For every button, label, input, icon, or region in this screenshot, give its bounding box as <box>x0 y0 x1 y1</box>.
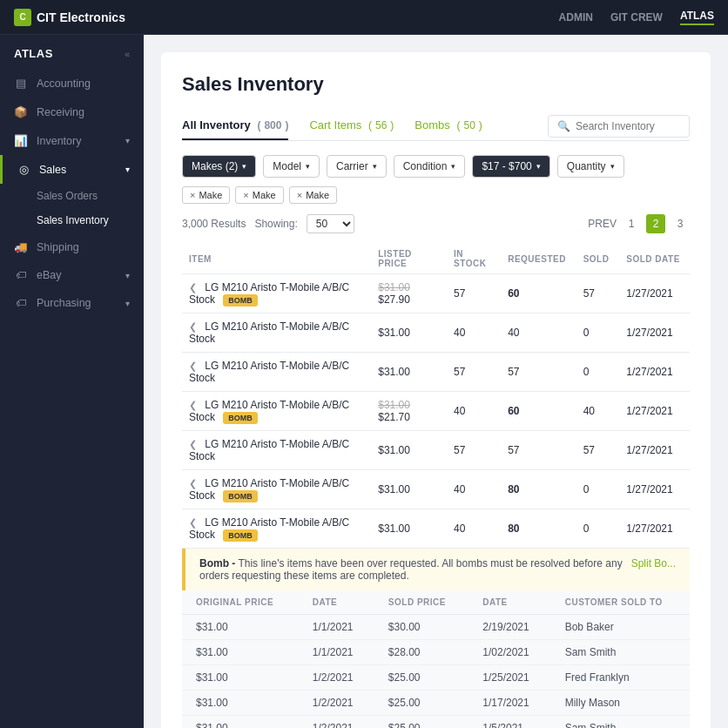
expand-button[interactable]: ❮ <box>189 478 197 489</box>
table-row: ❮ LG M210 Aristo T-Mobile A/B/C Stock BO… <box>182 274 690 313</box>
requested-count: 80 <box>501 509 576 549</box>
item-name: LG M210 Aristo T-Mobile A/B/C Stock <box>189 516 349 541</box>
sidebar-item-ebay[interactable]: 🏷 eBay ▾ <box>0 261 144 289</box>
top-nav: C CIT Electronics ADMIN GIT CREW ATLAS <box>0 0 728 35</box>
bomb-badge: BOMB <box>223 294 258 307</box>
sidebar-title: ATLAS <box>14 47 53 60</box>
requested-count: 40 <box>501 313 576 353</box>
sub-customer: Fred Franklyn <box>551 665 690 691</box>
page-2-button[interactable]: 2 <box>646 214 665 233</box>
sub-sold-date: 1/5/2021 <box>468 716 550 729</box>
sub-th-0: ORIGINAL PRICE <box>182 590 299 615</box>
page-3-button[interactable]: 3 <box>671 214 690 233</box>
sub-customer: Sam Smith <box>551 640 690 665</box>
expand-button[interactable]: ❮ <box>189 321 197 332</box>
sub-orig-date: 1/2/2021 <box>299 716 374 729</box>
sidebar-item-inventory[interactable]: 📊 Inventory ▾ <box>0 126 144 155</box>
sidebar-item-accounting[interactable]: ▤ Accounting <box>0 69 144 98</box>
sub-sold-price: $25.00 <box>374 665 468 691</box>
price-new: $31.00 <box>378 522 410 535</box>
sold-count: 0 <box>576 353 620 392</box>
price-new: $31.00 <box>378 366 410 378</box>
sidebar-item-label: eBay <box>37 269 62 281</box>
requested-count: 60 <box>501 274 576 313</box>
stock-count: 40 <box>447 313 501 353</box>
prev-page-button[interactable]: PREV <box>588 218 617 230</box>
sidebar-item-sales[interactable]: ◎ Sales ▾ <box>0 155 144 184</box>
sidebar-item-shipping[interactable]: 🚚 Shipping <box>0 233 144 261</box>
sidebar: ATLAS « ▤ Accounting 📦 Receiving 📊 Inven… <box>0 35 144 728</box>
filter-carrier[interactable]: Carrier ▾ <box>327 155 387 178</box>
sold-date: 1/27/2021 <box>619 509 690 549</box>
page-title: Sales Inventory <box>182 73 690 96</box>
sub-th-4: CUSTOMER SOLD TO <box>551 590 690 615</box>
sub-sold-price: $30.00 <box>374 615 468 640</box>
sub-orig-price: $31.00 <box>182 640 299 665</box>
th-item: ITEM <box>182 244 371 274</box>
price-original: $31.00 <box>378 399 410 411</box>
nav-git-crew[interactable]: GIT CREW <box>610 11 663 24</box>
tab-all-inventory[interactable]: All Inventory (800) <box>182 111 288 140</box>
sidebar-item-label: Inventory <box>37 135 81 147</box>
tab-cart-items[interactable]: Cart Items (56) <box>309 111 394 140</box>
sold-date: 1/27/2021 <box>619 274 690 313</box>
sold-count: 40 <box>576 392 620 431</box>
sub-th-3: DATE <box>468 590 550 615</box>
expand-button[interactable]: ❮ <box>189 282 197 293</box>
logo: C CIT Electronics <box>14 9 125 26</box>
sidebar-collapse-button[interactable]: « <box>125 49 130 59</box>
stock-count: 40 <box>447 392 501 431</box>
page-1-button[interactable]: 1 <box>622 214 641 233</box>
filter-quantity[interactable]: Quantity ▾ <box>557 155 624 178</box>
sold-count: 0 <box>576 313 620 353</box>
nav-admin[interactable]: ADMIN <box>559 11 593 24</box>
table-row: ❮ LG M210 Aristo T-Mobile A/B/C Stock BO… <box>182 392 690 431</box>
sidebar-item-purchasing[interactable]: 🏷 Purchasing ▾ <box>0 289 144 317</box>
cit-logo-icon: C <box>14 9 31 26</box>
nav-atlas[interactable]: ATLAS <box>680 10 714 25</box>
sub-orig-date: 1/1/2021 <box>299 615 374 640</box>
sidebar-sub-sales-inventory[interactable]: Sales Inventory <box>0 208 144 233</box>
sub-orig-price: $31.00 <box>182 691 299 716</box>
sub-orig-date: 1/2/2021 <box>299 691 374 716</box>
sub-table: ORIGINAL PRICEDATESOLD PRICEDATECUSTOMER… <box>182 590 690 728</box>
filter-tag-remove-2[interactable]: × <box>297 190 302 200</box>
search-input[interactable] <box>576 120 680 132</box>
expand-button[interactable]: ❮ <box>189 361 197 371</box>
price-new: $31.00 <box>378 444 410 456</box>
expand-button[interactable]: ❮ <box>189 517 197 528</box>
main-content: Sales Inventory All Inventory (800) Cart… <box>144 35 728 728</box>
tab-bombs[interactable]: Bombs (50) <box>415 111 482 140</box>
sold-date: 1/27/2021 <box>619 431 690 470</box>
sales-icon: ◎ <box>17 163 30 176</box>
price-new: $27.90 <box>378 293 410 306</box>
sold-count: 57 <box>576 274 620 313</box>
filter-makes[interactable]: Makes (2) ▾ <box>182 155 256 178</box>
filter-condition[interactable]: Condition ▾ <box>394 155 466 178</box>
bomb-warning-bold: Bomb - <box>199 557 235 570</box>
sidebar-item-label: Sales <box>39 164 66 176</box>
sub-sold-date: 2/19/2021 <box>468 615 550 640</box>
filter-model[interactable]: Model ▾ <box>263 155 320 178</box>
filter-price[interactable]: $17 - $700 ▾ <box>472 155 549 178</box>
expand-button[interactable]: ❮ <box>189 400 197 410</box>
bomb-warning: Bomb - This line's items have been over … <box>182 549 690 590</box>
sidebar-item-receiving[interactable]: 📦 Receiving <box>0 98 144 126</box>
search-box[interactable]: 🔍 <box>548 115 690 138</box>
ebay-icon: 🏷 <box>14 269 28 281</box>
inventory-arrow-icon: ▾ <box>125 136 130 145</box>
showing-select[interactable]: 50 25 100 <box>307 214 354 233</box>
split-bomb-link[interactable]: Split Bo... <box>631 557 676 570</box>
filter-tag-1: × Make <box>235 186 283 204</box>
table-row: ❮ LG M210 Aristo T-Mobile A/B/C Stock $3… <box>182 353 690 392</box>
condition-caret-icon: ▾ <box>451 162 455 171</box>
filter-tag-remove-1[interactable]: × <box>243 190 248 200</box>
expand-button[interactable]: ❮ <box>189 439 197 449</box>
filter-tag-remove-0[interactable]: × <box>190 190 195 200</box>
th-sold-date: SOLD DATE <box>619 244 690 274</box>
shipping-icon: 🚚 <box>14 240 28 253</box>
sub-sold-price: $25.00 <box>374 691 468 716</box>
sold-date: 1/27/2021 <box>619 392 690 431</box>
sold-date: 1/27/2021 <box>619 470 690 509</box>
sidebar-sub-sales-orders[interactable]: Sales Orders <box>0 184 144 208</box>
